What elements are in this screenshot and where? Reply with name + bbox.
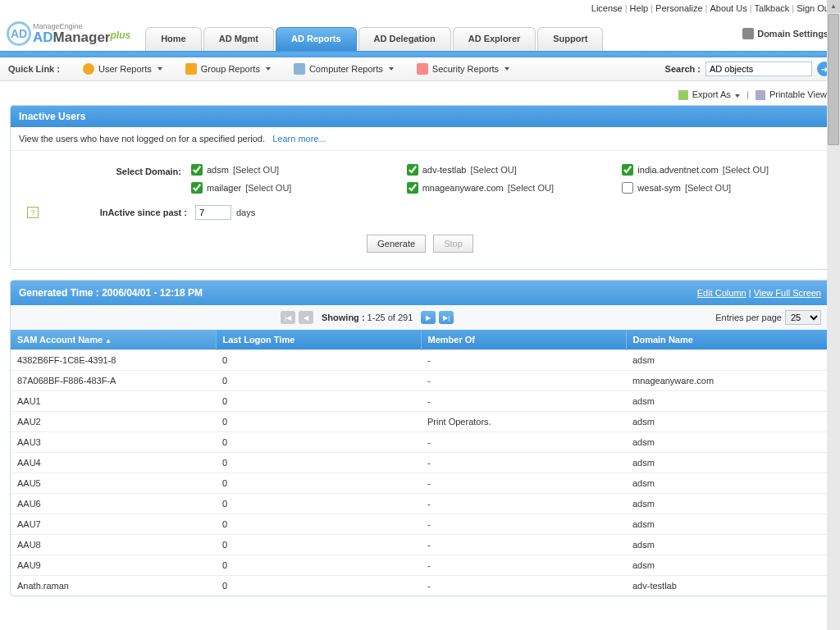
- cell-domain: adsm: [626, 412, 829, 432]
- cell-member: -: [421, 555, 626, 576]
- generated-time: Generated Time : 2006/04/01 - 12:18 PM: [19, 287, 203, 299]
- table-row[interactable]: AAU70-adsm: [11, 514, 829, 535]
- printable-view-link[interactable]: Printable View: [769, 89, 827, 99]
- domain-checkbox[interactable]: [191, 182, 203, 194]
- col-sam-account-name[interactable]: SAM Account Name▲: [11, 330, 216, 350]
- help-icon[interactable]: ?: [27, 207, 39, 218]
- last-page-button[interactable]: ▶|: [439, 311, 454, 324]
- quick-group-reports[interactable]: Group Reports: [185, 63, 271, 75]
- domain-settings-link[interactable]: Domain Settings: [742, 28, 829, 39]
- cell-sam: AAU1: [11, 391, 216, 412]
- select-ou-link[interactable]: [Select OU]: [723, 165, 769, 175]
- table-row[interactable]: AAU60-adsm: [11, 494, 829, 514]
- results-header: Generated Time : 2006/04/01 - 12:18 PM E…: [11, 281, 829, 305]
- select-ou-link[interactable]: [Select OU]: [233, 165, 279, 175]
- scrollbar[interactable]: ▲: [827, 0, 840, 630]
- tab-ad-explorer[interactable]: AD Explorer: [453, 27, 536, 51]
- table-row[interactable]: AAU10-adsm: [11, 391, 829, 412]
- entries-per-page: Entries per page 25: [715, 310, 821, 325]
- table-row[interactable]: AAU90-adsm: [11, 555, 829, 576]
- domain-checkbox[interactable]: [622, 164, 633, 176]
- scroll-thumb[interactable]: [828, 14, 839, 145]
- tab-ad-mgmt[interactable]: AD Mgmt: [203, 27, 274, 51]
- header: AD ManageEngine ADManagerplus HomeAD Mgm…: [0, 16, 840, 52]
- select-ou-link[interactable]: [Select OU]: [470, 165, 516, 175]
- quick-computer-reports[interactable]: Computer Reports: [294, 63, 394, 75]
- select-ou-link[interactable]: [Select OU]: [685, 183, 731, 193]
- domain-name: mailager: [207, 183, 241, 193]
- domain-name: india.adventnet.com: [637, 165, 718, 175]
- next-page-button[interactable]: ▶: [421, 311, 436, 324]
- domain-checkbox[interactable]: [622, 182, 633, 194]
- panel-body: Select Domain: adsm [Select OU]adv-testl…: [11, 151, 829, 269]
- view-fullscreen-link[interactable]: View Full Screen: [754, 288, 821, 298]
- table-row[interactable]: AAU30-adsm: [11, 432, 829, 453]
- table-row[interactable]: 87A068BF-F886-483F-A0-mnageanyware.com: [11, 371, 829, 391]
- scroll-up-icon[interactable]: ▲: [827, 0, 840, 13]
- cell-domain: adsm: [626, 535, 829, 555]
- stop-button[interactable]: Stop: [433, 235, 473, 253]
- results-panel: Generated Time : 2006/04/01 - 12:18 PM E…: [10, 280, 830, 596]
- tab-home[interactable]: Home: [145, 27, 202, 51]
- top-link-about-us[interactable]: About Us: [710, 3, 746, 13]
- export-label: Export As: [692, 89, 731, 99]
- search-input[interactable]: [705, 62, 812, 76]
- domain-checkboxes: adsm [Select OU]adv-testlab [Select OU]i…: [191, 164, 813, 194]
- col-domain-name[interactable]: Domain Name: [626, 330, 829, 350]
- cell-sam: 4382B6FF-1C8E-4391-8: [11, 350, 216, 371]
- top-link-help[interactable]: Help: [630, 3, 649, 13]
- content-area: Export As | Printable View Inactive User…: [0, 81, 840, 613]
- table-row[interactable]: AAU20Print Operators.adsm: [11, 412, 829, 432]
- col-last-logon-time[interactable]: Last Logon Time: [216, 330, 421, 350]
- select-ou-link[interactable]: [Select OU]: [245, 183, 291, 193]
- cell-domain: adsm: [626, 432, 829, 453]
- first-page-button[interactable]: |◀: [281, 311, 295, 324]
- domain-checkbox[interactable]: [191, 164, 203, 176]
- select-ou-link[interactable]: [Select OU]: [508, 183, 554, 193]
- top-links: License|Help|Personalize|About Us|Talkba…: [0, 0, 840, 16]
- epp-select[interactable]: 25: [785, 310, 821, 325]
- edit-column-link[interactable]: Edit Column: [697, 288, 746, 298]
- cell-sam: AAU2: [11, 412, 216, 432]
- export-as-link[interactable]: Export As: [692, 89, 740, 99]
- logo-text: ManageEngine ADManagerplus: [33, 23, 130, 44]
- days-input[interactable]: [195, 205, 231, 220]
- tab-support[interactable]: Support: [537, 27, 603, 51]
- quick-item-label: User Reports: [98, 64, 152, 74]
- cell-domain: adsm: [626, 453, 829, 473]
- table-row[interactable]: AAU80-adsm: [11, 535, 829, 555]
- learn-more-link[interactable]: Learn more...: [272, 134, 326, 144]
- separator: |: [789, 3, 797, 13]
- quick-security-reports[interactable]: Security Reports: [417, 63, 509, 75]
- separator: |: [623, 3, 630, 13]
- quick-user-reports[interactable]: User Reports: [83, 63, 162, 75]
- top-link-license[interactable]: License: [591, 3, 623, 13]
- cell-sam: AAU5: [11, 473, 216, 494]
- main-tabs: HomeAD MgmtAD ReportsAD DelegationAD Exp…: [145, 16, 603, 51]
- cell-sam: AAU7: [11, 514, 216, 535]
- separator: |: [742, 89, 753, 99]
- caret-icon: [504, 67, 509, 71]
- top-link-personalize[interactable]: Personalize: [655, 3, 702, 13]
- cell-last: 0: [216, 391, 421, 412]
- tab-ad-delegation[interactable]: AD Delegation: [358, 27, 451, 51]
- table-row[interactable]: Anath.raman0-adv-testlab: [11, 576, 829, 596]
- table-row[interactable]: AAU50-adsm: [11, 473, 829, 494]
- generate-button[interactable]: Generate: [367, 235, 426, 253]
- pager-nav: |◀ ◀ Showing : 1-25 of 291 ▶ ▶|: [281, 311, 454, 324]
- prev-page-button[interactable]: ◀: [299, 311, 313, 324]
- top-link-talkback[interactable]: Talkback: [755, 3, 790, 13]
- table-row[interactable]: 4382B6FF-1C8E-4391-80-adsm: [11, 350, 829, 371]
- domain-name: wesat-sym: [637, 183, 681, 193]
- header-links: Edit Column | View Full Screen: [697, 288, 821, 298]
- cell-domain: adsm: [626, 555, 829, 576]
- table-row[interactable]: AAU40-adsm: [11, 453, 829, 473]
- tab-ad-reports[interactable]: AD Reports: [276, 27, 357, 51]
- cell-member: -: [421, 432, 626, 453]
- domain-name: adsm: [207, 165, 229, 175]
- security-icon: [417, 63, 428, 75]
- col-member-of[interactable]: Member Of: [421, 330, 626, 350]
- domain-checkbox[interactable]: [407, 164, 418, 176]
- cell-last: 0: [216, 371, 421, 391]
- domain-checkbox[interactable]: [407, 182, 418, 194]
